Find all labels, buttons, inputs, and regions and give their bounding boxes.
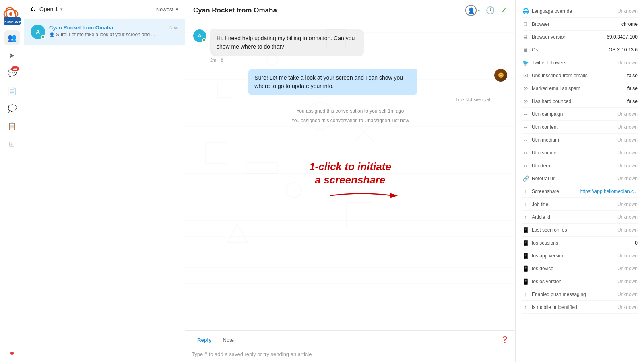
chat-title: Cyan Rocket from Omaha bbox=[193, 6, 277, 14]
attr-label-23: Is mobile unidentified bbox=[532, 304, 577, 310]
tab-note[interactable]: Note bbox=[217, 335, 239, 346]
attr-row-1: 🖥Browserchrome bbox=[522, 18, 638, 31]
attr-row-5: ✉Unsubscribed from emailsfalse bbox=[522, 69, 638, 82]
attr-label-19: Ios app version bbox=[532, 253, 564, 259]
assign-button[interactable]: 👤 ▾ bbox=[465, 5, 480, 16]
attr-label-16: Article id bbox=[532, 214, 550, 220]
attr-row-6: ⊘Marked email as spamfalse bbox=[522, 82, 638, 95]
logo: ATP SOFTWARE bbox=[2, 4, 22, 26]
attr-label-3: Os bbox=[532, 47, 538, 53]
nav-icon-message[interactable]: 💭 bbox=[4, 101, 20, 116]
message-row-0: A Hi, I need help updating my billing in… bbox=[193, 29, 507, 62]
attr-value-1: chrome bbox=[621, 21, 638, 27]
attr-label-22: Enabled push messaging bbox=[532, 292, 586, 297]
annotation-overlay: 1-click to initiate a screenshare bbox=[302, 160, 398, 204]
attr-row-21: 📱Ios os versionUnknown bbox=[522, 275, 638, 288]
clock-icon[interactable]: 🕐 bbox=[486, 6, 495, 15]
attr-value-3: OS X 10.13.6 bbox=[609, 47, 638, 53]
attr-icon-push: ↑ bbox=[522, 304, 529, 311]
attr-label-17: Last seen on ios bbox=[532, 227, 567, 233]
conversation-list: 🗂 Open 1 ▾ Newest ▾ A Cyan Rocket from O… bbox=[24, 0, 185, 362]
attr-row-16: ↑Article idUnknown bbox=[522, 211, 638, 224]
signed-badge: Cyan Rocket from Omaha bbox=[193, 6, 277, 14]
conv-content: Cyan Rocket from Omaha Now 👤 Sure! Let m… bbox=[49, 25, 178, 37]
msg-bubble-wrap-out: Sure! Let me take a look at your screen … bbox=[248, 69, 490, 102]
status-filter-chevron: ▾ bbox=[60, 7, 63, 12]
attr-label-9: Utm content bbox=[532, 124, 558, 130]
svg-marker-8 bbox=[390, 193, 398, 198]
user-circle-icon: 👤 bbox=[465, 5, 477, 16]
document-icon: 📄 bbox=[8, 86, 17, 95]
nav-icon-contacts[interactable]: 👥 bbox=[4, 30, 20, 45]
attr-label-5: Unsubscribed from emails bbox=[532, 73, 588, 78]
attr-value-21: Unknown bbox=[617, 279, 638, 284]
attr-icon-push: ↑ bbox=[522, 291, 529, 298]
inbox-icon: 🗂 bbox=[31, 6, 37, 13]
attr-row-11: ↔Utm sourceUnknown bbox=[522, 146, 638, 159]
attr-value-19: Unknown bbox=[617, 253, 638, 259]
nav-icon-grid[interactable]: ⊞ bbox=[4, 136, 20, 152]
tab-reply[interactable]: Reply bbox=[192, 335, 217, 346]
conv-avatar-wrap: A bbox=[31, 25, 45, 39]
attr-row-2: 🖥Browser version69.0.3497.100 bbox=[522, 31, 638, 43]
attr-value-15: Unknown bbox=[617, 202, 638, 207]
reply-input-placeholder[interactable]: Type # to add a saved reply or try sendi… bbox=[192, 350, 509, 359]
attr-value-14: https://app.hellomedian.c... bbox=[580, 189, 638, 194]
attr-row-13: 🔗Referral urlUnknown bbox=[522, 172, 638, 185]
nav-icon-document[interactable]: 📄 bbox=[4, 83, 20, 99]
attr-row-14: ↑Screensharehttps://app.hellomedian.c... bbox=[522, 185, 638, 198]
chat-header: Cyan Rocket from Omaha ⋮ 👤 ▾ 🕐 ✓ bbox=[185, 0, 515, 21]
attr-icon-bounce: ⊘ bbox=[522, 98, 529, 105]
attr-label-11: Utm source bbox=[532, 150, 556, 156]
attr-icon-browser: 🖥 bbox=[522, 21, 529, 27]
more-options-icon[interactable]: ⋮ bbox=[452, 6, 460, 15]
attr-row-4: 🐦Twitter followersUnknown bbox=[522, 56, 638, 69]
attr-icon-utm: ↔ bbox=[522, 111, 529, 117]
attr-icon-mobile: 📱 bbox=[522, 265, 529, 272]
attr-row-17: 📱Last seen on iosUnknown bbox=[522, 224, 638, 237]
attr-icon-browser: 🖥 bbox=[522, 47, 529, 53]
attr-icon-email: ✉ bbox=[522, 72, 529, 79]
status-dot bbox=[10, 352, 14, 355]
attr-value-18: 0 bbox=[635, 240, 638, 246]
reply-tabs: Reply Note ❓ bbox=[192, 335, 509, 346]
attr-value-16: Unknown bbox=[617, 214, 638, 220]
status-filter-dropdown[interactable]: Open 1 ▾ bbox=[39, 6, 63, 12]
reply-tabs-left: Reply Note bbox=[192, 335, 239, 343]
attr-label-13: Referral url bbox=[532, 176, 555, 181]
attr-row-19: 📱Ios app versionUnknown bbox=[522, 249, 638, 262]
attr-value-5: false bbox=[627, 73, 638, 78]
nav-icon-send[interactable]: ➤ bbox=[4, 48, 20, 63]
svg-point-2 bbox=[9, 12, 12, 16]
attr-label-8: Utm campaign bbox=[532, 111, 563, 117]
attr-icon-job: ↑ bbox=[522, 201, 529, 208]
conv-name: Cyan Rocket from Omaha bbox=[49, 25, 113, 31]
attr-row-20: 📱Ios deviceUnknown bbox=[522, 262, 638, 275]
nav-icon-note[interactable]: 📋 bbox=[4, 119, 20, 134]
contacts-icon: 👥 bbox=[8, 33, 17, 42]
svg-text:ATP SOFTWARE: ATP SOFTWARE bbox=[3, 20, 21, 23]
status-filter-label: Open 1 bbox=[39, 6, 58, 12]
help-icon[interactable]: ❓ bbox=[501, 336, 509, 343]
attr-icon-utm: ↔ bbox=[522, 162, 529, 169]
sort-dropdown[interactable]: Newest ▾ bbox=[156, 6, 178, 12]
attr-value-17: Unknown bbox=[617, 227, 638, 233]
resolve-icon[interactable]: ✓ bbox=[500, 6, 507, 15]
attr-value-10: Unknown bbox=[617, 137, 638, 143]
chat-badge: 34 bbox=[11, 66, 19, 71]
nav-icon-chat[interactable]: 💬 34 bbox=[4, 66, 20, 81]
right-panel: 🌐Language overrideUnknown🖥Browserchrome🖥… bbox=[515, 0, 644, 362]
attr-row-22: ↑Enabled push messagingUnknown bbox=[522, 288, 638, 301]
attr-value-22: Unknown bbox=[617, 292, 638, 297]
msg-online-dot bbox=[202, 38, 206, 42]
message-icon: 💭 bbox=[8, 104, 17, 113]
attr-label-14: Screenshare bbox=[532, 189, 559, 194]
conv-list-header: 🗂 Open 1 ▾ Newest ▾ bbox=[24, 0, 185, 19]
attr-label-15: Job title bbox=[532, 202, 548, 207]
conversation-item-0[interactable]: A Cyan Rocket from Omaha Now 👤 Sure! Let… bbox=[24, 19, 185, 45]
svg-line-7 bbox=[354, 122, 374, 142]
attr-row-15: ↑Job titleUnknown bbox=[522, 198, 638, 211]
attr-value-2: 69.0.3497.100 bbox=[607, 34, 638, 40]
attr-row-3: 🖥OsOS X 10.13.6 bbox=[522, 43, 638, 56]
sort-label: Newest bbox=[156, 6, 173, 12]
